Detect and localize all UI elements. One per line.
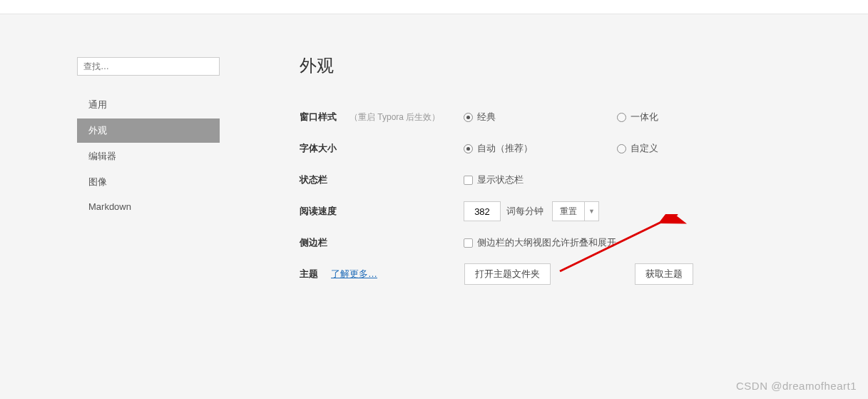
row-font-size: 字体大小 自动（推荐） 自定义 xyxy=(300,133,799,164)
watermark: CSDN @dreamofheart1 xyxy=(736,380,857,392)
checkbox-sidebar-outline-label: 侧边栏的大纲视图允许折叠和展开 xyxy=(477,236,616,249)
label-status-bar: 状态栏 xyxy=(300,173,349,186)
row-reading-speed: 阅读速度 词每分钟 重置 ▼ xyxy=(300,196,799,227)
radio-font-auto[interactable] xyxy=(464,144,473,153)
label-theme: 主题 xyxy=(300,268,328,281)
reset-button-group: 重置 ▼ xyxy=(552,201,599,221)
button-open-theme-folder[interactable]: 打开主题文件夹 xyxy=(464,263,551,285)
row-status-bar: 状态栏 显示状态栏 xyxy=(300,164,799,196)
radio-font-custom[interactable] xyxy=(617,144,626,153)
radio-unibody-label: 一体化 xyxy=(630,111,658,123)
radio-font-auto-label: 自动（推荐） xyxy=(477,142,533,155)
radio-unibody[interactable] xyxy=(617,113,626,122)
nav-item-editor[interactable]: 编辑器 xyxy=(77,144,220,168)
label-wpm: 词每分钟 xyxy=(506,205,543,218)
radio-classic[interactable] xyxy=(464,113,473,122)
row-window-style: 窗口样式 （重启 Typora 后生效） 经典 一体化 xyxy=(300,101,799,133)
top-divider xyxy=(0,0,868,14)
link-learn-more[interactable]: 了解更多… xyxy=(331,268,377,281)
nav-item-image[interactable]: 图像 xyxy=(77,170,220,194)
label-font-size: 字体大小 xyxy=(300,142,349,155)
reset-button[interactable]: 重置 xyxy=(553,202,584,221)
settings-page: 通用 外观 编辑器 图像 Markdown 外观 窗口样式 （重启 Typora… xyxy=(0,14,868,399)
page-title: 外观 xyxy=(300,54,799,77)
radio-classic-label: 经典 xyxy=(477,111,496,123)
hint-window-style: （重启 Typora 后生效） xyxy=(349,111,464,123)
nav-item-appearance[interactable]: 外观 xyxy=(77,118,220,143)
search-input[interactable] xyxy=(77,57,220,76)
row-sidebar: 侧边栏 侧边栏的大纲视图允许折叠和展开 xyxy=(300,227,799,258)
sidebar: 通用 外观 编辑器 图像 Markdown xyxy=(77,57,220,219)
checkbox-status-bar[interactable] xyxy=(464,176,473,185)
nav-list: 通用 外观 编辑器 图像 Markdown xyxy=(77,93,220,218)
button-get-theme[interactable]: 获取主题 xyxy=(635,263,693,285)
label-sidebar: 侧边栏 xyxy=(300,236,349,249)
nav-item-general[interactable]: 通用 xyxy=(77,93,220,117)
label-window-style: 窗口样式 xyxy=(300,111,349,123)
label-reading-speed: 阅读速度 xyxy=(300,205,349,218)
input-reading-speed[interactable] xyxy=(464,201,501,221)
reset-dropdown[interactable]: ▼ xyxy=(584,202,598,221)
radio-font-custom-label: 自定义 xyxy=(630,142,658,155)
nav-item-markdown[interactable]: Markdown xyxy=(77,196,220,218)
main-content: 外观 窗口样式 （重启 Typora 后生效） 经典 一体化 字体大小 自动（推… xyxy=(300,54,799,290)
checkbox-status-bar-label: 显示状态栏 xyxy=(477,173,524,186)
checkbox-sidebar-outline[interactable] xyxy=(464,238,473,248)
row-theme: 主题 了解更多… 打开主题文件夹 获取主题 xyxy=(300,258,799,290)
